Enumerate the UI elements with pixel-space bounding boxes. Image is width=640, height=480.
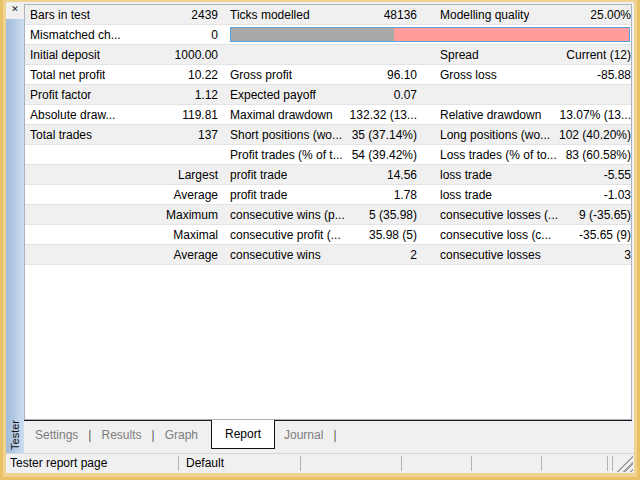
- modelling-quality-bar: [230, 27, 630, 42]
- stat-label: Total trades: [30, 128, 92, 142]
- status-separator: [541, 456, 542, 471]
- report-table: Bars in test2439 Ticks modelled48136 Mod…: [24, 4, 632, 420]
- tester-dock-sidebar: ✕ Tester: [6, 2, 24, 453]
- stat-value: 132.32 (13...: [350, 108, 417, 122]
- report-row: Maximal consecutive profit (...35.98 (5)…: [25, 225, 631, 245]
- resize-grip[interactable]: [616, 455, 633, 472]
- stat-value: -1.03: [604, 188, 631, 202]
- stat-label: Expected payoff: [230, 88, 316, 102]
- stat-value: 54 (39.42%): [352, 148, 417, 162]
- stat-value: 0.07: [394, 88, 417, 102]
- stat-value: 119.81: [182, 108, 218, 122]
- stat-value: 2: [410, 248, 417, 262]
- stat-value: 25.00%: [590, 8, 631, 22]
- stat-value: 48136: [384, 8, 417, 22]
- stat-value: Maximal: [173, 228, 218, 242]
- tab-separator: |: [333, 421, 336, 450]
- stat-value: Current (12): [566, 48, 631, 62]
- report-row: Profit factor1.12 Expected payoff0.07: [25, 85, 631, 105]
- stat-label: consecutive profit (...: [230, 228, 341, 242]
- stat-value: 0: [211, 28, 218, 42]
- status-separator: [471, 456, 472, 471]
- report-row: Largest profit trade14.56 loss trade-5.5…: [25, 165, 631, 185]
- stat-label: Ticks modelled: [230, 8, 310, 22]
- stat-label: Absolute draw...: [30, 108, 115, 122]
- report-row: Average profit trade1.78 loss trade-1.03: [25, 185, 631, 205]
- report-row: Profit trades (% of t...54 (39.42%) Loss…: [25, 145, 631, 165]
- stat-label: consecutive wins (p...: [230, 208, 345, 222]
- dock-title-tester: Tester: [9, 420, 21, 450]
- stat-label: Loss trades (% of to...: [440, 148, 557, 162]
- status-profile[interactable]: Default: [186, 454, 224, 473]
- stat-value: 102 (40.20%): [559, 128, 631, 142]
- stat-value: 3: [624, 248, 631, 262]
- tester-tab-bar: Settings | Results | Graph Report Journa…: [24, 420, 632, 452]
- status-separator: [401, 456, 402, 471]
- status-message: Tester report page: [10, 454, 107, 473]
- stat-value: 13.07% (13...: [560, 108, 631, 122]
- stat-label: loss trade: [440, 168, 492, 182]
- status-separator: [607, 456, 608, 471]
- tab-separator: |: [152, 421, 155, 450]
- stat-value: Average: [174, 188, 218, 202]
- tab-report[interactable]: Report: [211, 420, 275, 449]
- stat-label: Maximal drawdown: [230, 108, 333, 122]
- report-row: Absolute draw...119.81 Maximal drawdown1…: [25, 105, 631, 125]
- stat-value: -5.55: [604, 168, 631, 182]
- stat-value: 14.56: [387, 168, 417, 182]
- stat-value: 1.12: [195, 88, 218, 102]
- stat-label: loss trade: [440, 188, 492, 202]
- stat-label: consecutive losses: [440, 248, 541, 262]
- stat-value: 83 (60.58%): [566, 148, 631, 162]
- report-row: Initial deposit1000.00 SpreadCurrent (12…: [25, 45, 631, 65]
- stat-label: Profit factor: [30, 88, 91, 102]
- report-row: Total net profit10.22 Gross profit96.10 …: [25, 65, 631, 85]
- stat-value: 35 (37.14%): [352, 128, 417, 142]
- tab-results[interactable]: Results: [94, 421, 148, 450]
- stat-value: 1000.00: [175, 48, 218, 62]
- report-row: Mismatched ch...0: [25, 25, 631, 45]
- report-row: Bars in test2439 Ticks modelled48136 Mod…: [25, 5, 631, 25]
- report-row: Total trades137 Short positions (wo...35…: [25, 125, 631, 145]
- stat-label: consecutive wins: [230, 248, 321, 262]
- stat-value: 10.22: [188, 68, 218, 82]
- stat-value: Largest: [178, 168, 218, 182]
- tab-journal[interactable]: Journal: [277, 421, 330, 450]
- report-row: Maximum consecutive wins (p...5 (35.98) …: [25, 205, 631, 225]
- stat-label: Spread: [440, 48, 479, 62]
- report-row: Average consecutive wins2 consecutive lo…: [25, 245, 631, 265]
- status-bar: Tester report page Default: [6, 453, 634, 473]
- stat-value: Average: [174, 248, 218, 262]
- stat-value: 96.10: [387, 68, 417, 82]
- stat-label: Bars in test: [30, 8, 90, 22]
- stat-label: Initial deposit: [30, 48, 100, 62]
- close-panel-button[interactable]: ✕: [8, 2, 22, 17]
- stat-value: 137: [198, 128, 218, 142]
- stat-value: 2439: [191, 8, 218, 22]
- stat-label: profit trade: [230, 188, 287, 202]
- stat-label: Short positions (wo...: [230, 128, 342, 142]
- stat-label: profit trade: [230, 168, 287, 182]
- stat-value: 1.78: [394, 188, 417, 202]
- stat-label: consecutive loss (c...: [440, 228, 551, 242]
- status-separator: [300, 456, 301, 471]
- stat-label: consecutive losses (...: [440, 208, 558, 222]
- stat-value: 5 (35.98): [369, 208, 417, 222]
- stat-label: Modelling quality: [440, 8, 529, 22]
- stat-label: Profit trades (% of t...: [230, 148, 343, 162]
- stat-value: -35.65 (9): [579, 228, 631, 242]
- stat-label: Mismatched ch...: [30, 28, 121, 42]
- dock-strip[interactable]: Tester: [6, 19, 24, 453]
- tester-window: ✕ Tester Bars in test2439 Ticks modelled…: [6, 2, 634, 473]
- stat-value: 9 (-35.65): [579, 208, 631, 222]
- tab-separator: |: [88, 421, 91, 450]
- stat-label: Total net profit: [30, 68, 105, 82]
- stat-value: 35.98 (5): [369, 228, 417, 242]
- status-separator: [178, 456, 179, 471]
- stat-label: Gross profit: [230, 68, 292, 82]
- stat-value: Maximum: [166, 208, 218, 222]
- tab-graph[interactable]: Graph: [158, 421, 205, 450]
- modelling-quality-bar-fill: [231, 28, 394, 41]
- tab-settings[interactable]: Settings: [28, 421, 85, 450]
- stat-label: Long positions (wo...: [440, 128, 550, 142]
